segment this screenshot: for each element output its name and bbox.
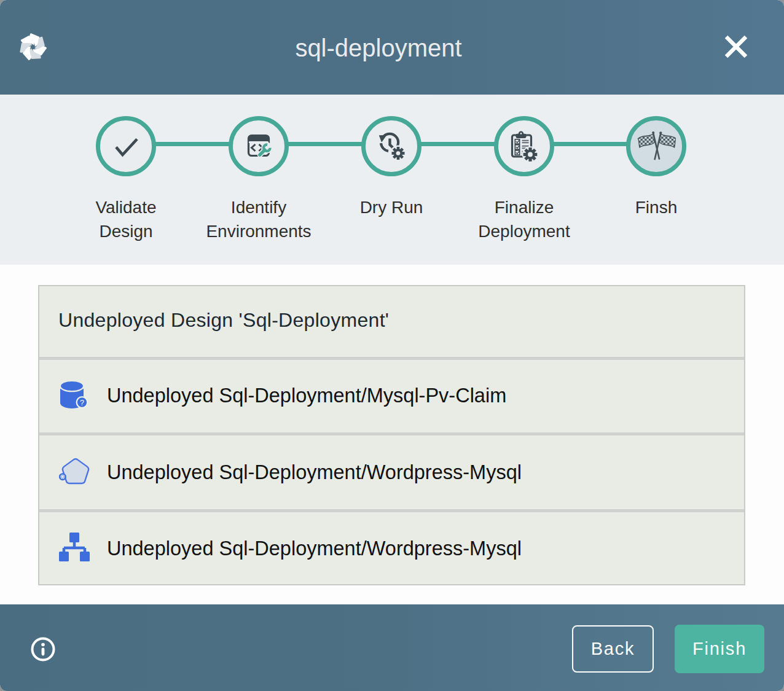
svg-text:?: ? [80,399,84,407]
